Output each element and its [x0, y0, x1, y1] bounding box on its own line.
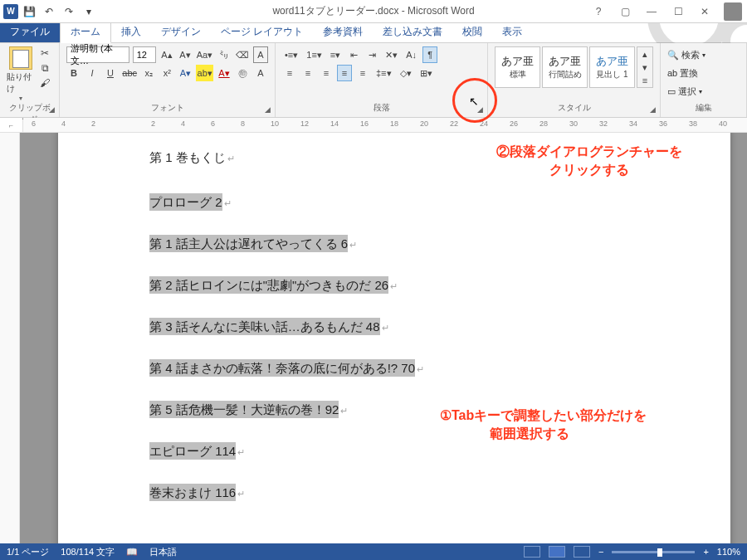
ruler-tick: 6 [211, 119, 215, 128]
copy-button[interactable]: ⧉ [37, 61, 52, 75]
borders-button[interactable]: ⊞▾ [417, 65, 435, 81]
align-center-button[interactable]: ≡ [300, 65, 315, 81]
bold-button[interactable]: B [66, 65, 81, 81]
selected-text: エピローグ 114 [149, 442, 236, 460]
status-words[interactable]: 108/114 文字 [61, 546, 115, 558]
styles-scroll-up[interactable]: ▴ [637, 47, 652, 61]
view-print-layout[interactable] [549, 546, 565, 558]
status-language[interactable]: 日本語 [149, 546, 177, 558]
page[interactable]: 第 1 巻もくじ↵ プロローグ 2↵第 1 話主人公は遅れてやってくる 6↵第 … [58, 133, 730, 543]
paragraph-mark: ↵ [222, 198, 232, 208]
tab-layout[interactable]: ページ レイアウト [211, 22, 313, 42]
undo-button[interactable]: ↶ [40, 2, 58, 21]
document-line[interactable]: 第 2 話ヒロインには"悲劇"がつきものだ 26↵ [149, 275, 656, 295]
styles-launcher[interactable]: ◢ [647, 104, 658, 115]
zoom-slider[interactable] [612, 551, 695, 553]
style-normal[interactable]: あア亜 標準 [495, 46, 540, 88]
document-line[interactable]: 第 1 話主人公は遅れてやってくる 6↵ [149, 234, 656, 254]
tab-view[interactable]: 表示 [492, 22, 532, 42]
subscript-button[interactable]: x₂ [141, 65, 156, 81]
window-title: word11タブとリーダー.docx - Microsoft Word [272, 4, 474, 18]
styles-scroll-down[interactable]: ▾ [637, 61, 652, 74]
character-shading-button[interactable]: A [253, 65, 268, 81]
sort-button[interactable]: A↓ [403, 46, 419, 63]
status-proofing-icon[interactable]: 📖 [126, 547, 138, 558]
tab-home[interactable]: ホーム [60, 21, 111, 43]
ruler-tick: 14 [330, 119, 339, 128]
style-heading1[interactable]: あア亜 見出し 1 [589, 46, 635, 88]
page-content[interactable]: 第 1 巻もくじ↵ プロローグ 2↵第 1 話主人公は遅れてやってくる 6↵第 … [149, 148, 656, 524]
tab-mailings[interactable]: 差し込み文書 [373, 22, 452, 42]
show-marks-button[interactable]: ¶ [422, 46, 437, 63]
font-name-select[interactable]: 游明朝 (本文… [66, 46, 129, 63]
tab-file[interactable]: ファイル [0, 22, 60, 42]
font-launcher[interactable]: ◢ [261, 104, 273, 115]
justify-button[interactable]: ≡ [337, 65, 352, 81]
underline-button[interactable]: U [103, 65, 118, 81]
qat-customize[interactable]: ▾ [80, 2, 98, 21]
numbering-button[interactable]: 1≡▾ [304, 46, 325, 63]
distributed-button[interactable]: ≡ [355, 65, 370, 81]
ruler-tick: 6 [32, 119, 36, 128]
shading-button[interactable]: ◇▾ [398, 65, 414, 81]
vertical-ruler[interactable] [0, 133, 20, 543]
redo-button[interactable]: ↷ [60, 2, 78, 21]
styles-expand[interactable]: ≡ [637, 74, 652, 87]
zoom-in-button[interactable]: + [703, 547, 708, 557]
replace-button[interactable]: ab置換 [667, 65, 740, 81]
italic-button[interactable]: I [85, 65, 100, 81]
document-line[interactable]: 第 3 話そんなに美味い話…あるもんだ 48↵ [149, 317, 656, 337]
line-spacing-button[interactable]: ‡≡▾ [374, 65, 394, 81]
maximize-button[interactable]: ☐ [667, 3, 689, 20]
document-line[interactable]: プロローグ 2↵ [149, 192, 656, 212]
font-color-button[interactable]: A▾ [217, 65, 232, 81]
ruler-tick: 2 [91, 119, 95, 128]
tab-insert[interactable]: 挿入 [111, 22, 151, 42]
selected-text: 巻末おまけ 116 [149, 484, 236, 501]
multilevel-list-button[interactable]: ≡▾ [328, 46, 343, 63]
style-nospacing[interactable]: あア亜 行間詰め [542, 46, 588, 88]
asian-layout-button[interactable]: ✕▾ [383, 46, 400, 63]
highlight-button[interactable]: ab▾ [196, 65, 213, 81]
document-line[interactable]: 第 4 話まさかの転落！奈落の底に何がある!? 70↵ [149, 358, 656, 378]
horizontal-ruler[interactable]: ⌐ 64224681012141618202224262830323436384… [0, 118, 747, 133]
decrease-indent-button[interactable]: ⇤ [346, 46, 361, 63]
phonetic-guide-button[interactable]: ㍉ [217, 46, 232, 63]
change-case-button[interactable]: Aa▾ [196, 46, 213, 63]
paste-button[interactable]: 貼り付け ▾ [7, 46, 34, 102]
align-right-button[interactable]: ≡ [319, 65, 334, 81]
status-page[interactable]: 1/1 ページ [7, 546, 49, 558]
enclose-characters-button[interactable]: ㊞ [235, 65, 250, 81]
font-size-select[interactable]: 12 [133, 46, 156, 63]
shrink-font-button[interactable]: A▾ [178, 46, 193, 63]
align-left-button[interactable]: ≡ [282, 65, 297, 81]
view-read-mode[interactable] [524, 546, 540, 558]
document-line[interactable]: エピローグ 114↵ [149, 441, 656, 461]
strikethrough-button[interactable]: abc [121, 65, 138, 81]
minimize-button[interactable]: — [641, 3, 662, 20]
save-button[interactable]: 💾 [20, 2, 38, 21]
character-border-button[interactable]: A [253, 46, 268, 63]
zoom-level[interactable]: 110% [717, 547, 740, 557]
tab-references[interactable]: 参考資料 [313, 22, 373, 42]
clear-formatting-button[interactable]: ⌫ [235, 46, 250, 63]
tab-design[interactable]: デザイン [151, 22, 211, 42]
grow-font-button[interactable]: A▴ [159, 46, 174, 63]
superscript-button[interactable]: x² [159, 65, 174, 81]
format-painter-button[interactable]: 🖌 [37, 76, 52, 90]
bullets-button[interactable]: •≡▾ [282, 46, 300, 63]
ribbon-options-button[interactable]: ▢ [614, 3, 636, 20]
close-button[interactable]: ✕ [694, 3, 715, 20]
user-avatar[interactable] [724, 2, 742, 21]
cut-button[interactable]: ✂ [37, 46, 52, 60]
clipboard-launcher[interactable]: ◢ [46, 104, 57, 115]
text-effects-button[interactable]: A▾ [178, 65, 193, 81]
tab-review[interactable]: 校閲 [452, 22, 492, 42]
select-button[interactable]: ▭選択▾ [667, 83, 740, 100]
view-web-layout[interactable] [574, 546, 590, 558]
document-line[interactable]: 巻末おまけ 116↵ [149, 483, 656, 503]
help-button[interactable]: ? [588, 3, 609, 20]
zoom-out-button[interactable]: − [598, 547, 603, 557]
increase-indent-button[interactable]: ⇥ [364, 46, 379, 63]
find-button[interactable]: 🔍検索▾ [667, 46, 740, 63]
